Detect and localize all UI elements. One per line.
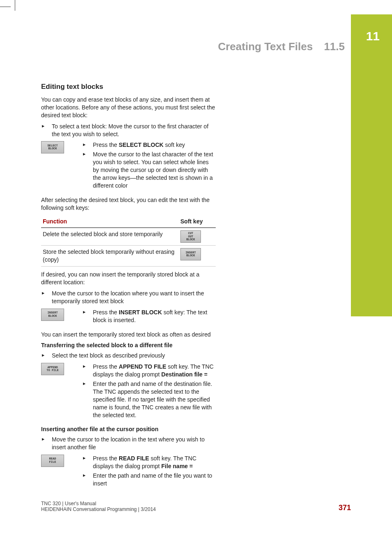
paragraph: After selecting the desired text block, … [41,196,216,212]
list-item: Move the cursor to the last character of… [82,151,216,189]
softkey-table: Function Soft key Delete the selected bl… [41,215,216,267]
paragraph: You can insert the temporarily stored te… [41,331,216,339]
crop-mark-horizontal [0,7,11,7]
list-item: Press the SELECT BLOCK soft key [82,141,216,149]
table-header-softkey: Soft key [179,215,216,228]
softkey-read-file: READ FILE [41,455,64,467]
table-row: Store the selected block temporarily wit… [41,246,216,267]
softkey-insert-block: INSERT BLOCK [180,248,201,260]
list-item: Press the INSERT BLOCK soft key: The tex… [82,309,216,324]
table-cell-function: Store the selected block temporarily wit… [41,246,179,267]
list-item: Enter the path and name of the destinati… [82,380,216,419]
chapter-number: 11 [366,29,380,43]
list-item: Select the text block as described previ… [41,352,216,360]
softkey-cut-out-block: CUT OUT BLOCK [180,230,201,243]
softkey-append-to-file: APPEND TO FILE [41,363,64,375]
list-item: Press the READ FILE soft key. The TNC di… [82,455,216,470]
footer-line2: HEIDENHAIN Conversational Programming | … [41,506,351,512]
section-heading: Editing text blocks [41,82,216,92]
list-item: To select a text block: Move the cursor … [41,123,216,138]
main-content: Editing text blocks You can copy and era… [41,82,216,494]
table-row: Delete the selected block and store temp… [41,228,216,246]
table-header-function: Function [41,215,179,228]
table-cell-function: Delete the selected block and store temp… [41,228,179,246]
list-item: Move the cursor to the location where yo… [41,290,216,305]
softkey-select-block: SELECT BLOCK [41,141,64,153]
running-header: Creating Text Files 11.5 [218,40,345,53]
page-number: 371 [339,504,351,512]
header-section: 11.5 [324,40,345,53]
chapter-tab: 11 [351,14,392,316]
list-item: Enter the path and name of the file you … [82,472,216,488]
list-item: Press the APPEND TO FILE soft key. The T… [82,363,216,378]
list-item: Move the cursor to the location in the t… [41,436,216,451]
subheading: Transferring the selected block to a dif… [41,341,216,349]
header-title: Creating Text Files [218,40,313,53]
paragraph: If desired, you can now insert the tempo… [41,271,216,286]
footer: TNC 320 | User's Manual HEIDENHAIN Conve… [41,501,351,512]
softkey-insert-block: INSERT BLOCK [41,309,64,321]
subheading: Inserting another file at the cursor pos… [41,425,216,433]
intro-paragraph: You can copy and erase text blocks of an… [41,96,216,119]
crop-mark-vertical [15,0,15,11]
footer-line1: TNC 320 | User's Manual [41,501,351,506]
